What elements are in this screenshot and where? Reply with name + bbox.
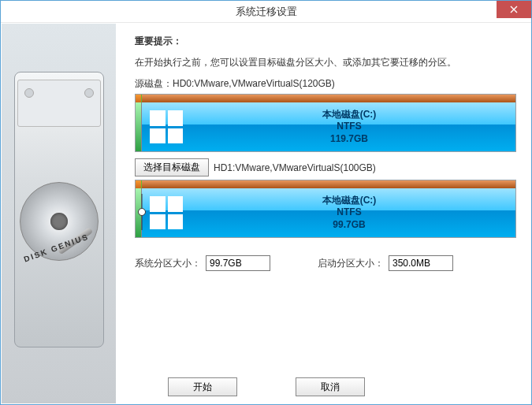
source-disk-line: 源磁盘：HD0:VMware,VMwareVirtualS(120GB)	[135, 77, 516, 91]
source-boot-partition	[136, 102, 142, 151]
window-title: 系统迁移设置	[1, 5, 531, 19]
source-disk-text: HD0:VMware,VMwareVirtualS(120GB)	[173, 78, 335, 89]
source-partition-info: 本地磁盘(C:) NTFS 119.7GB	[183, 109, 515, 146]
partition-fs: NTFS	[183, 206, 515, 219]
size-fields: 系统分区大小： 启动分区大小：	[135, 255, 516, 271]
windows-icon	[150, 196, 183, 229]
partition-name: 本地磁盘(C:)	[183, 109, 515, 121]
description: 在开始执行之前，您可以设置目标磁盘分区大小、或添加其它要迁移的分区。	[135, 56, 516, 69]
partition-size: 119.7GB	[183, 133, 515, 146]
system-size-field: 系统分区大小：	[135, 255, 270, 271]
heading: 重要提示：	[135, 35, 516, 48]
target-partition[interactable]: 本地磁盘(C:) NTFS 99.7GB	[142, 188, 515, 237]
start-button[interactable]: 开始	[168, 377, 237, 396]
source-partition[interactable]: 本地磁盘(C:) NTFS 119.7GB	[142, 102, 515, 151]
boot-size-label: 启动分区大小：	[318, 257, 384, 270]
close-icon	[510, 6, 518, 13]
hdd-illustration: DISK GENIUS	[8, 64, 110, 363]
boot-size-input[interactable]	[389, 255, 453, 271]
partition-fs: NTFS	[183, 121, 515, 133]
target-partition-info: 本地磁盘(C:) NTFS 99.7GB	[183, 195, 515, 232]
dialog-window: 系统迁移设置 DISK GENIUS 重要提示： 在开始执行之前，您可以设置目标…	[0, 0, 532, 405]
source-disk-box: 本地磁盘(C:) NTFS 119.7GB	[135, 94, 516, 152]
windows-icon	[150, 110, 183, 143]
partition-size: 99.7GB	[183, 219, 515, 232]
resize-handle[interactable]	[138, 208, 146, 216]
cancel-button[interactable]: 取消	[296, 377, 365, 396]
boot-size-field: 启动分区大小：	[318, 255, 453, 271]
dialog-body: DISK GENIUS 重要提示： 在开始执行之前，您可以设置目标磁盘分区大小、…	[2, 24, 530, 403]
select-target-button[interactable]: 选择目标磁盘	[135, 158, 209, 176]
footer-buttons: 开始 取消	[1, 377, 531, 396]
source-disk-label: 源磁盘：	[135, 78, 173, 89]
sidebar-image: DISK GENIUS	[2, 24, 116, 403]
target-select-row: 选择目标磁盘 HD1:VMware,VMwareVirtualS(100GB)	[135, 158, 516, 176]
system-size-label: 系统分区大小：	[135, 257, 201, 270]
titlebar: 系统迁移设置	[1, 1, 531, 23]
system-size-input[interactable]	[206, 255, 270, 271]
target-disk-wrap: 本地磁盘(C:) NTFS 99.7GB	[135, 180, 516, 244]
main-panel: 重要提示： 在开始执行之前，您可以设置目标磁盘分区大小、或添加其它要迁移的分区。…	[116, 24, 530, 403]
target-disk-box: 本地磁盘(C:) NTFS 99.7GB	[135, 180, 516, 238]
partition-name: 本地磁盘(C:)	[183, 195, 515, 207]
target-disk-text: HD1:VMware,VMwareVirtualS(100GB)	[214, 162, 376, 173]
close-button[interactable]	[497, 1, 531, 18]
